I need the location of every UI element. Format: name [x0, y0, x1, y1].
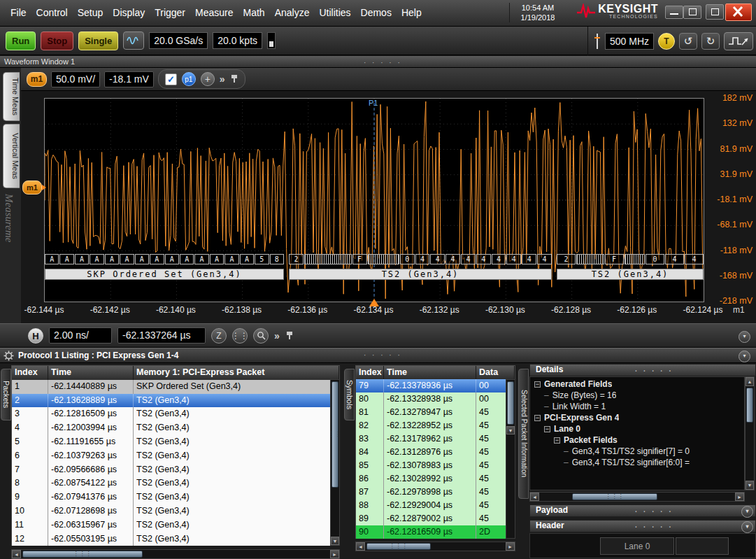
packet-row[interactable]: 4-62.12003994 µsTS2 (Gen3,4) [12, 421, 339, 435]
minimize-button[interactable] [665, 6, 683, 19]
scroll-up-icon[interactable]: ▲ [746, 377, 754, 386]
tree-expander-icon[interactable]: − [544, 426, 550, 432]
trigger-bandwidth-field[interactable]: 500 MHz [605, 33, 654, 50]
menu-item-display[interactable]: Display [108, 0, 150, 25]
tree-item[interactable]: –Gen3,4 TS1/TS2 signifier[7] = 0 [530, 446, 744, 457]
pin-icon[interactable] [230, 74, 238, 84]
collapse-chevron-icon[interactable]: ▾ [739, 331, 750, 343]
tree-item[interactable]: −Generated Fields [530, 378, 744, 390]
single-button[interactable]: Single [78, 31, 118, 50]
p1-probe-badge[interactable]: p1 [182, 72, 196, 86]
menu-item-demos[interactable]: Demos [356, 0, 397, 25]
collapse-chevron-icon[interactable]: ▾ [741, 506, 753, 518]
horizontal-badge[interactable]: H [28, 328, 43, 344]
waveform-window-titlebar[interactable]: Waveform Window 1 · · · · · [0, 56, 756, 68]
symbol-row[interactable]: 86-62.13028992 µs45 [356, 472, 515, 486]
details-vertical-scrollbar[interactable]: ▲ ▼ [745, 376, 755, 490]
symbol-row[interactable]: 79-62.13378936 µs00 [356, 379, 515, 392]
tree-item[interactable]: –Link Width = 1 [530, 401, 744, 412]
expand-chevrons-icon[interactable]: » [220, 73, 225, 85]
menu-item-analyze[interactable]: Analyze [270, 0, 315, 25]
symbol-row[interactable]: 90-62.12816509 µs2D [356, 525, 515, 539]
lane-selector[interactable]: Lane 0 [600, 537, 674, 555]
symbol-row[interactable]: 89-62.12879002 µs45 [356, 512, 515, 525]
packet-row[interactable]: 10-62.07128698 µsTS2 (Gen3,4) [12, 504, 339, 518]
symbol-row[interactable]: 82-62.13228952 µs45 [356, 419, 515, 432]
symbol-row[interactable]: 83-62.13178962 µs45 [356, 432, 515, 446]
header-header-bar[interactable]: Header · · · · · ▾ [529, 520, 756, 532]
menu-item-help[interactable]: Help [397, 0, 427, 25]
packet-row[interactable]: 11-62.06315967 µsTS2 (Gen3,4) [12, 518, 339, 532]
tree-item[interactable]: –Size (Bytes) = 16 [530, 390, 744, 401]
tab-symbols[interactable]: Symbols [344, 369, 355, 420]
pin-icon[interactable] [285, 331, 294, 341]
scroll-down-icon[interactable]: ▼ [331, 537, 339, 545]
collapse-chevron-icon[interactable]: ▾ [739, 351, 750, 362]
scroll-left-icon[interactable]: ◄ [530, 493, 539, 501]
add-marker-icon[interactable]: + [201, 72, 215, 86]
menu-item-file[interactable]: File [6, 0, 31, 25]
drag-handle[interactable]: · · · · · [635, 366, 673, 376]
tab-vertical-meas[interactable]: Vertical Meas [3, 124, 20, 188]
sample-rate-field[interactable]: 20.0 GSa/s [149, 32, 208, 49]
stop-button[interactable]: Stop [41, 31, 73, 50]
memory-depth-field[interactable]: 20.0 kpts [213, 32, 262, 49]
trigger-time-marker[interactable] [369, 299, 379, 306]
menu-item-measure[interactable]: Measure [190, 0, 238, 25]
protocol-header-bar[interactable]: Protocol 1 Listing : PCI Express Gen 1-4… [0, 348, 756, 363]
drag-handle[interactable]: · · · · · [364, 57, 402, 69]
menu-item-trigger[interactable]: Trigger [150, 0, 190, 25]
autoscale-icon[interactable] [724, 32, 753, 50]
redo-icon[interactable]: ↻ [701, 33, 720, 50]
horizontal-setup-icon[interactable] [123, 31, 144, 50]
packets-vertical-scrollbar[interactable]: ⋮⋮ ▼ [330, 379, 340, 546]
cursor-dots-icon[interactable]: ⋮⋮ [232, 328, 248, 344]
menu-item-control[interactable]: Control [31, 0, 73, 25]
symbol-row[interactable]: 85-62.13078983 µs45 [356, 459, 515, 472]
scroll-left-icon[interactable]: ◄ [12, 550, 21, 558]
tree-item[interactable]: −Packet Fields [530, 434, 744, 446]
scroll-left-icon[interactable]: ◄ [356, 542, 365, 551]
tree-expander-icon[interactable]: − [534, 381, 541, 388]
packet-row[interactable]: 5-62.11191655 µsTS2 (Gen3,4) [12, 435, 339, 449]
lane-selector-secondary[interactable] [676, 537, 729, 555]
packet-row[interactable]: 2-62.13628889 µsTS2 (Gen3,4) [12, 394, 339, 408]
waveform-plot[interactable]: AAAAAAAAAAAAAA58SKP Ordered Set (Gen3,4)… [44, 98, 704, 302]
timebase-scale-field[interactable]: 2.00 ns/ [49, 327, 112, 344]
menu-item-utilities[interactable]: Utilities [314, 0, 355, 25]
details-horizontal-scrollbar[interactable]: ◄ ⋮⋮⋮ ► [529, 492, 745, 502]
packet-row[interactable]: 1-62.14440889 µsSKP Ordered Set (Gen3,4) [12, 380, 339, 394]
scroll-right-icon[interactable]: ► [735, 493, 744, 501]
restore-button-2[interactable] [706, 4, 724, 20]
payload-header-bar[interactable]: Payload · · · · · ▾ [529, 504, 756, 517]
tree-item[interactable]: −PCI-Express Gen 4 [530, 412, 744, 423]
drag-handle[interactable]: · · · · · [635, 522, 673, 532]
restore-button[interactable] [683, 6, 701, 19]
menu-item-setup[interactable]: Setup [73, 0, 108, 25]
scroll-right-icon[interactable]: ► [506, 542, 515, 551]
zoom-reset-icon[interactable]: Z [211, 328, 227, 344]
symbols-vertical-scrollbar[interactable]: ▼ [506, 379, 515, 539]
symbols-horizontal-scrollbar[interactable]: ◄ ⋮⋮⋮ ► [355, 542, 515, 551]
tab-time-meas[interactable]: Time Meas [3, 72, 20, 121]
probe-checkbox[interactable]: ✓ [165, 73, 177, 85]
close-icon[interactable] [725, 3, 752, 21]
packet-row[interactable]: 8-62.08754122 µsTS2 (Gen3,4) [12, 476, 339, 490]
run-button[interactable]: Run [6, 31, 36, 50]
symbol-row[interactable]: 81-62.13278947 µs45 [356, 406, 515, 419]
vertical-offset-field[interactable]: -18.1 mV [104, 71, 154, 87]
details-header-bar[interactable]: Details · · · · · [529, 364, 756, 376]
symbol-row[interactable]: 80-62.13328938 µs00 [356, 392, 515, 406]
zoom-magnifier-icon[interactable] [253, 328, 269, 344]
packet-row[interactable]: 12-62.05503195 µsTS2 (Gen3,4) [12, 532, 339, 546]
tree-expander-icon[interactable]: − [554, 437, 560, 444]
packet-row[interactable]: 3-62.12816509 µsTS2 (Gen3,4) [12, 407, 339, 421]
undo-icon[interactable]: ↺ [679, 33, 697, 50]
packets-horizontal-scrollbar[interactable]: ◄ ⋮⋮⋮ ► [11, 549, 340, 559]
expand-chevrons-icon[interactable]: » [274, 330, 280, 341]
scroll-down-icon[interactable]: ▼ [746, 481, 754, 490]
symbol-row[interactable]: 84-62.13128976 µs45 [356, 446, 515, 459]
tab-packets[interactable]: Packets [1, 369, 11, 420]
tab-selected-packet-information[interactable]: Selected Packet Information [518, 369, 529, 499]
symbol-row[interactable]: 88-62.12929004 µs45 [356, 499, 515, 512]
